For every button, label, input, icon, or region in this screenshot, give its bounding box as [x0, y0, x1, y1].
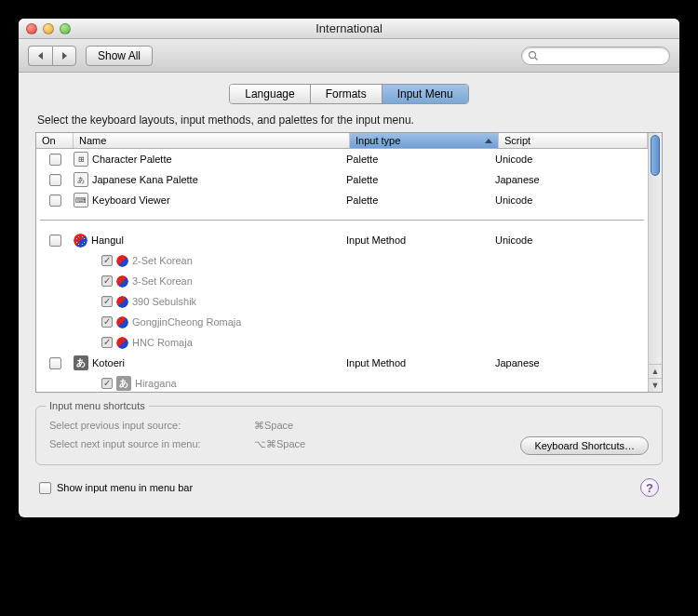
- enable-checkbox[interactable]: [49, 234, 61, 247]
- table-row[interactable]: ⊞Character PalettePaletteUnicode: [36, 149, 648, 169]
- enable-checkbox[interactable]: [101, 316, 113, 328]
- forward-button[interactable]: [52, 46, 76, 66]
- show-in-menubar-checkbox[interactable]: [39, 482, 51, 494]
- titlebar: International: [19, 19, 679, 39]
- input-type: Palette: [346, 154, 495, 165]
- enable-checkbox[interactable]: [49, 357, 61, 369]
- korean-flag-icon: [116, 337, 128, 349]
- table-row[interactable]: 390 Sebulshik: [36, 291, 648, 312]
- window-title: International: [19, 21, 679, 35]
- korean-flag-icon: [74, 234, 87, 248]
- back-icon: [38, 52, 43, 60]
- enable-checkbox[interactable]: [49, 194, 61, 207]
- col-name[interactable]: Name: [74, 133, 350, 148]
- forward-icon: [62, 52, 67, 60]
- source-name: Japanese Kana Palette: [92, 174, 198, 185]
- table-row[interactable]: ⌨Keyboard ViewerPaletteUnicode: [36, 190, 648, 210]
- table-body: ⊞Character PalettePaletteUnicodeあJapanes…: [36, 149, 648, 392]
- table-header: On Name Input type Script: [36, 133, 648, 149]
- tab-input-menu[interactable]: Input Menu: [383, 85, 468, 103]
- sort-indicator-icon: [485, 139, 492, 143]
- input-type: Input Method: [346, 357, 495, 368]
- korean-flag-icon: [116, 316, 128, 328]
- divider: [40, 220, 644, 221]
- source-name: Hangul: [91, 234, 124, 246]
- enable-checkbox[interactable]: [49, 154, 61, 166]
- source-name: Character Palette: [92, 154, 172, 165]
- source-name: 3-Set Korean: [132, 275, 193, 287]
- enable-checkbox[interactable]: [101, 337, 113, 348]
- source-name: HNC Romaja: [132, 337, 193, 348]
- toolbar: Show All: [19, 39, 679, 73]
- source-name: Hiragana: [135, 378, 177, 389]
- show-in-menubar-label: Show input menu in menu bar: [57, 482, 193, 493]
- preferences-window: International Show All Language Formats …: [19, 19, 679, 517]
- character-palette-icon: ⊞: [74, 152, 88, 167]
- next-source-label: Select next input source in menu:: [49, 438, 254, 449]
- table-row[interactable]: 2-Set Korean: [36, 250, 648, 271]
- next-source-key: ⌥⌘Space: [254, 438, 305, 450]
- korean-flag-icon: [116, 255, 128, 267]
- vertical-scrollbar[interactable]: ▲ ▼: [648, 133, 662, 392]
- table-row[interactable]: 3-Set Korean: [36, 271, 648, 291]
- col-script[interactable]: Script: [499, 133, 648, 148]
- script: Unicode: [495, 234, 644, 246]
- scroll-down-button[interactable]: ▼: [649, 378, 662, 392]
- search-input[interactable]: [521, 47, 670, 65]
- footer: Show input menu in menu bar ?: [35, 478, 663, 502]
- col-on[interactable]: On: [36, 133, 74, 148]
- table-row[interactable]: あJapanese Kana PalettePaletteJapanese: [36, 169, 648, 190]
- col-input-type[interactable]: Input type: [350, 133, 499, 148]
- prev-source-key: ⌘Space: [254, 420, 293, 432]
- help-button[interactable]: ?: [640, 478, 659, 497]
- input-sources-table: On Name Input type Script ⊞Character Pal…: [35, 132, 663, 393]
- prev-source-label: Select previous input source:: [49, 420, 254, 431]
- content-area: Language Formats Input Menu Select the k…: [19, 73, 679, 517]
- source-name: Keyboard Viewer: [92, 194, 170, 206]
- kotoeri-icon: あ: [74, 355, 88, 370]
- show-in-menubar-option[interactable]: Show input menu in menu bar: [39, 482, 193, 494]
- back-button[interactable]: [28, 46, 52, 66]
- enable-checkbox[interactable]: [101, 255, 113, 266]
- table-row[interactable]: あHiragana: [36, 373, 648, 392]
- input-type: Input Method: [346, 234, 495, 246]
- table-row[interactable]: HNC Romaja: [36, 332, 648, 353]
- input-type: Palette: [346, 194, 495, 206]
- tab-language[interactable]: Language: [230, 85, 310, 103]
- source-name: Kotoeri: [92, 357, 125, 368]
- keyboard-icon: ⌨: [74, 193, 88, 208]
- show-all-button[interactable]: Show All: [86, 46, 153, 66]
- script: Japanese: [495, 174, 644, 185]
- source-name: 390 Sebulshik: [132, 296, 196, 307]
- enable-checkbox[interactable]: [101, 275, 113, 287]
- source-name: 2-Set Korean: [132, 255, 193, 266]
- table-row[interactable]: HangulInput MethodUnicode: [36, 230, 648, 250]
- instructions-label: Select the keyboard layouts, input metho…: [35, 114, 663, 127]
- input-type: Palette: [346, 174, 495, 185]
- enable-checkbox[interactable]: [101, 296, 113, 307]
- table-row[interactable]: GongjinCheong Romaja: [36, 312, 648, 332]
- shortcuts-group: Input menu shortcuts Select previous inp…: [35, 406, 663, 465]
- enable-checkbox[interactable]: [49, 174, 61, 186]
- korean-flag-icon: [116, 275, 128, 288]
- tab-bar: Language Formats Input Menu: [35, 84, 663, 104]
- table-row[interactable]: あKotoeriInput MethodJapanese: [36, 353, 648, 373]
- keyboard-shortcuts-button[interactable]: Keyboard Shortcuts…: [520, 436, 649, 455]
- hiragana-icon: あ: [116, 376, 131, 391]
- scroll-thumb[interactable]: [651, 135, 660, 176]
- script: Unicode: [495, 194, 644, 206]
- script: Unicode: [495, 154, 644, 165]
- korean-flag-icon: [116, 296, 128, 308]
- tab-formats[interactable]: Formats: [311, 85, 383, 103]
- script: Japanese: [495, 357, 644, 368]
- kana-palette-icon: あ: [74, 172, 88, 187]
- scroll-up-button[interactable]: ▲: [649, 364, 662, 378]
- enable-checkbox[interactable]: [101, 378, 113, 389]
- source-name: GongjinCheong Romaja: [132, 316, 241, 328]
- nav-segment: [28, 46, 76, 66]
